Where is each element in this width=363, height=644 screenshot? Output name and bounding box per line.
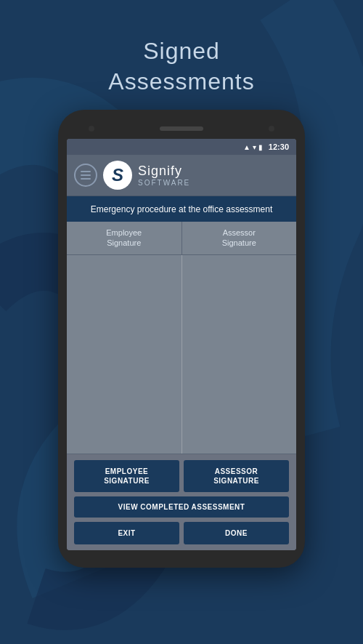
- app-header: S Signify SOFTWARE: [67, 155, 296, 196]
- signal-icon: ▲: [243, 143, 250, 151]
- logo-circle: S: [103, 161, 132, 190]
- buttons-area: EMPLOYEESIGNATURE ASSESSORSIGNATURE VIEW…: [67, 454, 296, 550]
- menu-button[interactable]: [74, 164, 97, 187]
- assessor-signature-button[interactable]: ASSESSORSIGNATURE: [184, 460, 289, 492]
- employee-signature-button[interactable]: EMPLOYEESIGNATURE: [74, 460, 179, 492]
- exit-done-row: EXIT DONE: [74, 522, 289, 544]
- wifi-icon: ▾: [253, 143, 256, 151]
- signature-pads: [67, 255, 296, 455]
- assessor-sig-header: Assessor Signature: [182, 222, 297, 254]
- view-completed-button[interactable]: VIEW COMPLETED ASSESSMENT: [74, 496, 289, 518]
- logo-text: Signify SOFTWARE: [138, 164, 190, 187]
- employee-signature-pad[interactable]: [67, 255, 182, 454]
- done-button[interactable]: DONE: [184, 522, 289, 544]
- phone-top-bar: [67, 118, 296, 139]
- assessor-signature-pad[interactable]: [182, 255, 297, 454]
- signature-area: Employee Signature Assessor Signature: [67, 222, 296, 454]
- logo-name: Signify: [138, 164, 190, 179]
- status-bar: ▲ ▾ ▮ 12:30: [67, 139, 296, 155]
- battery-icon: ▮: [258, 143, 263, 151]
- logo-subtitle: SOFTWARE: [138, 179, 190, 187]
- status-icons: ▲ ▾ ▮: [243, 143, 263, 151]
- status-time: 12:30: [269, 142, 289, 151]
- exit-button[interactable]: EXIT: [74, 522, 179, 544]
- employee-sig-header: Employee Signature: [67, 222, 182, 254]
- phone-screen: ▲ ▾ ▮ 12:30 S Signify SOFTW: [67, 139, 296, 550]
- phone-camera-right: [269, 126, 274, 132]
- assessment-title-bar: Emergency procedure at the office assess…: [67, 196, 296, 222]
- assessment-title: Emergency procedure at the office assess…: [91, 204, 273, 214]
- phone-speaker: [160, 126, 203, 131]
- signature-headers: Employee Signature Assessor Signature: [67, 222, 296, 255]
- menu-icon: [81, 171, 91, 180]
- signature-buttons-row: EMPLOYEESIGNATURE ASSESSORSIGNATURE: [74, 460, 289, 492]
- logo-s-letter: S: [112, 165, 123, 185]
- page-title: Signed Assessments: [108, 36, 254, 97]
- phone-camera-left: [89, 126, 94, 132]
- phone-frame: ▲ ▾ ▮ 12:30 S Signify SOFTW: [58, 110, 305, 568]
